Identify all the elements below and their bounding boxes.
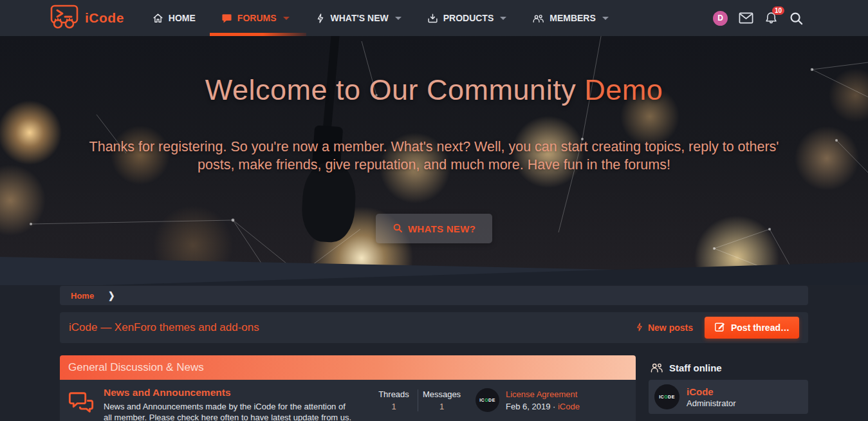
chat-bubbles-icon — [68, 389, 95, 418]
chevron-down-icon — [395, 17, 402, 20]
hero-banner: Welcome to Our Community Demo Thanks for… — [0, 36, 868, 285]
nav-label: WHAT'S NEW — [331, 13, 389, 23]
hero-bottom-wedges — [0, 245, 868, 285]
page-content: Home ❯ iCode — XenForo themes and add-on… — [60, 286, 808, 421]
whats-new-button[interactable]: WHATS NEW? — [376, 214, 492, 243]
staff-member-card[interactable]: ICODE iCode Administrator — [649, 380, 808, 414]
nav-item-whats-new[interactable]: WHAT'S NEW — [302, 0, 414, 36]
hero-subtitle: Thanks for registering. So you're now a … — [77, 138, 791, 174]
notification-badge: 10 — [772, 6, 784, 15]
products-icon — [427, 13, 438, 24]
staff-member-info: iCode Administrator — [687, 386, 736, 408]
forum-node-info: News and Announcements News and Announce… — [104, 387, 356, 421]
avatar-text: DE — [668, 395, 675, 399]
avatar-text: IC — [659, 395, 664, 399]
avatar[interactable]: ICODE — [654, 384, 679, 409]
latest-post-title[interactable]: License Agreement — [506, 389, 580, 399]
site-logo[interactable]: iCode — [48, 4, 124, 32]
page-header: iCode — XenForo themes and add-ons New p… — [60, 312, 808, 343]
chevron-right-icon: ❯ — [108, 290, 115, 301]
navbar: iCode HOME FORUMS — [0, 0, 868, 36]
user-avatar[interactable]: D — [713, 11, 728, 26]
latest-post-author[interactable]: iCode — [558, 402, 580, 411]
nav-label: MEMBERS — [549, 13, 596, 23]
post-thread-button[interactable]: Post thread… — [705, 317, 799, 339]
forum-node-stats: Threads 1 Messages 1 — [370, 389, 465, 411]
nav-item-members[interactable]: MEMBERS — [519, 0, 622, 36]
search-icon[interactable] — [789, 11, 804, 26]
header-actions: New posts Post thread… — [635, 317, 799, 339]
chevron-down-icon — [283, 17, 290, 20]
new-posts-label: New posts — [648, 323, 693, 333]
avatar-text: DE — [488, 398, 495, 402]
breadcrumb: Home ❯ — [60, 286, 808, 305]
staff-member-name[interactable]: iCode — [687, 386, 736, 397]
new-posts-link[interactable]: New posts — [635, 322, 693, 334]
forum-node-row: News and Announcements News and Announce… — [60, 380, 636, 421]
whats-new-icon — [315, 13, 326, 24]
nav-label: PRODUCTS — [443, 13, 494, 23]
staff-online-title: Staff online — [669, 362, 722, 373]
messages-icon[interactable] — [739, 12, 753, 24]
forum-node-description: News and Announcements made by the iCode… — [104, 401, 356, 421]
meta-separator: · — [553, 402, 555, 411]
lightning-icon — [635, 322, 644, 334]
staff-people-icon — [650, 362, 663, 373]
forum-list: General Discussion & News News and Annou… — [60, 355, 636, 421]
sidebar: Staff online ICODE iCode Administrator — [649, 355, 808, 421]
search-icon — [392, 223, 403, 235]
whats-new-button-label: WHATS NEW? — [408, 223, 476, 234]
hero-title-accent: Demo — [584, 73, 663, 106]
stat-value: 1 — [370, 402, 418, 411]
category-header[interactable]: General Discussion & News — [60, 355, 636, 380]
stat-value: 1 — [418, 402, 465, 411]
post-thread-label: Post thread… — [731, 323, 790, 333]
logo-text: iCode — [85, 10, 124, 26]
notifications-bell-icon[interactable]: 10 — [764, 11, 778, 25]
stat-messages: Messages 1 — [418, 389, 465, 411]
chevron-down-icon — [500, 17, 506, 20]
stat-label: Messages — [418, 389, 465, 399]
latest-post: ICODE License Agreement Feb 6, 2019 · iC… — [476, 388, 580, 412]
stat-threads: Threads 1 — [370, 389, 418, 411]
edit-pencil-icon — [714, 321, 725, 334]
breadcrumb-home-link[interactable]: Home — [71, 291, 94, 301]
nav-item-home[interactable]: HOME — [140, 0, 208, 36]
members-icon — [532, 13, 544, 24]
nav-item-products[interactable]: PRODUCTS — [414, 0, 520, 36]
nav-right-cluster: D 10 — [713, 0, 804, 36]
chevron-down-icon — [602, 17, 609, 20]
hero-title-main: Welcome to Our Community — [205, 73, 584, 106]
latest-post-meta: Feb 6, 2019 · iCode — [506, 402, 580, 411]
avatar[interactable]: ICODE — [476, 388, 499, 412]
hero-title: Welcome to Our Community Demo — [0, 73, 868, 107]
stat-label: Threads — [370, 389, 418, 399]
avatar-text: IC — [479, 398, 485, 402]
logo-icon — [48, 4, 81, 32]
forum-node-title[interactable]: News and Announcements — [104, 387, 356, 398]
nav-label: HOME — [169, 13, 196, 23]
hero-content: Welcome to Our Community Demo Thanks for… — [0, 73, 868, 243]
main-nav: HOME FORUMS WHAT'S NEW — [140, 0, 622, 36]
page-title: iCode — XenForo themes and add-ons — [69, 321, 259, 334]
staff-member-role: Administrator — [687, 398, 736, 408]
staff-online-header: Staff online — [649, 355, 808, 380]
forums-icon — [221, 13, 232, 24]
home-icon — [152, 13, 163, 24]
nav-label: FORUMS — [237, 13, 277, 23]
latest-post-info: License Agreement Feb 6, 2019 · iCode — [506, 389, 580, 411]
nav-item-forums[interactable]: FORUMS — [208, 0, 302, 36]
latest-post-date[interactable]: Feb 6, 2019 — [506, 402, 550, 411]
